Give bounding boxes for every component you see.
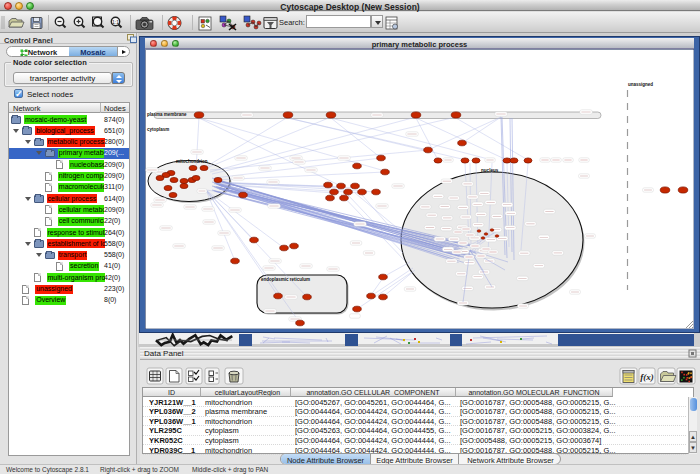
- svg-text:plasma membrane: plasma membrane: [147, 112, 187, 117]
- svg-text:unassigned: unassigned: [628, 82, 653, 87]
- svg-text:endoplasmic reticulum: endoplasmic reticulum: [261, 277, 310, 282]
- svg-text:cytoplasm: cytoplasm: [147, 127, 169, 132]
- svg-text:mitochondrion: mitochondrion: [176, 159, 208, 164]
- svg-text:nucleus: nucleus: [481, 168, 499, 173]
- svg-text:f(x): f(x): [640, 372, 654, 382]
- svg-text:1:1: 1:1: [112, 19, 119, 25]
